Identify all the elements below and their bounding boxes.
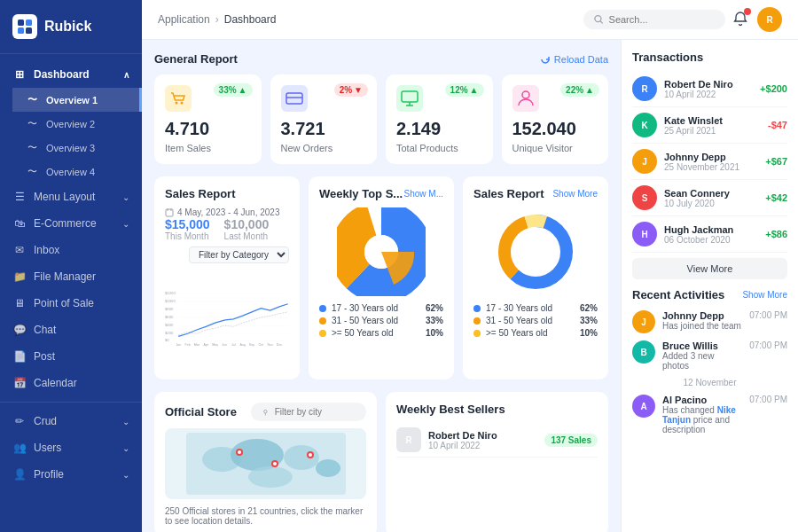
svg-rect-12 (396, 85, 423, 112)
svg-text:Jun: Jun (222, 343, 227, 347)
sales-chart-title: Sales Report (165, 187, 235, 200)
sidebar-item-overview1[interactable]: 〜 Overview 1 (12, 88, 142, 112)
recent-activities-show-more[interactable]: Show More (742, 290, 787, 300)
svg-rect-3 (26, 27, 32, 34)
sidebar-item-pos[interactable]: 🖥 Point of Sale (0, 290, 142, 317)
sales-chart-card: Sales Report 4 May, 2023 - 4 Jun, 2023 $… (154, 176, 300, 379)
inbox-icon: ✉ (12, 244, 27, 256)
sidebar-item-ecommerce[interactable]: 🛍 E-Commerce ⌄ (0, 210, 142, 237)
city-filter-input[interactable] (275, 407, 356, 417)
sidebar-item-overview4[interactable]: 〜 Overview 4 (12, 160, 142, 184)
wave-icon3: 〜 (25, 141, 39, 154)
act-time-2: 07:00 PM (749, 340, 787, 350)
donut-legend-young: 17 - 30 Years old 62% (473, 303, 598, 313)
txn-amount-4: +$42 (765, 192, 787, 203)
general-report-header: General Report Reload Data (154, 52, 608, 66)
svg-rect-6 (165, 85, 192, 112)
search-box[interactable] (583, 10, 725, 29)
mid-section: Sales Report 4 May, 2023 - 4 Jun, 2023 $… (154, 176, 608, 379)
svg-rect-0 (18, 20, 24, 26)
svg-text:$400: $400 (165, 323, 174, 327)
recent-activities-list: J Johnny Depp Has joined the team 07:00 … (632, 307, 787, 438)
svg-text:$200: $200 (165, 331, 174, 335)
total-products-value: 2.149 (396, 119, 482, 139)
sidebar-item-crud[interactable]: ✏ Crud ⌄ (0, 408, 142, 434)
filter-category-select[interactable]: Filter by Category (189, 246, 289, 263)
cart-icon (165, 85, 192, 112)
sales-donut-show-more[interactable]: Show More (552, 189, 598, 199)
donut-chart (473, 207, 598, 296)
calendar-icon: 📅 (12, 377, 27, 389)
sidebar-item-calendar[interactable]: 📅 Calendar (0, 370, 142, 396)
donut-legend-old: >= 50 Years old 10% (473, 328, 598, 338)
donut-legend: 17 - 30 Years old 62% 31 - 50 Years old … (473, 303, 598, 338)
pie-svg (337, 207, 426, 296)
official-store-title: Official Store (165, 405, 237, 419)
donut-legend-mid: 31 - 50 Years old 33% (473, 316, 598, 325)
monitor-icon (396, 85, 423, 112)
user-avatar[interactable]: R (757, 7, 782, 32)
right-panel: Transactions R Robert De Niro 10 April 2… (621, 40, 798, 532)
stat-badge-item-sales: 33% ▲ (214, 83, 253, 97)
sidebar-item-profile[interactable]: 👤 Profile ⌄ (0, 461, 142, 488)
weekly-sales-badge: 137 Sales (544, 434, 598, 447)
bottom-section: Official Store (154, 392, 608, 532)
svg-rect-18 (166, 209, 173, 216)
notification-bell[interactable] (732, 11, 748, 29)
act-name-2: Bruce Willis (662, 340, 742, 351)
txn-avatar-4: S (632, 185, 657, 210)
sidebar-item-inbox[interactable]: ✉ Inbox (0, 237, 142, 263)
weekly-top-show-more[interactable]: Show M... (404, 189, 443, 199)
txn-amount-5: +$86 (765, 229, 787, 239)
sales-donut-title: Sales Report (473, 187, 544, 200)
city-filter[interactable] (251, 403, 366, 421)
general-report-title: General Report (154, 52, 238, 66)
svg-text:Aug: Aug (239, 343, 245, 347)
weekly-avatar: R (396, 427, 421, 452)
sidebar-item-chat[interactable]: 💬 Chat (0, 317, 142, 343)
svg-text:Mar: Mar (194, 343, 200, 347)
date-range: 4 May, 2023 - 4 Jun, 2023 (165, 207, 289, 217)
sidebar-item-menu-layout[interactable]: ☰ Menu Layout ⌄ (0, 184, 142, 210)
svg-text:Jul: Jul (231, 343, 236, 347)
chart-filter: Filter by Category (165, 246, 289, 263)
recent-activities-title: Recent Activities (632, 288, 724, 301)
svg-rect-9 (281, 85, 308, 112)
weekly-item-date: 10 April 2022 (428, 441, 497, 450)
sidebar-item-users[interactable]: 👥 Users ⌄ (0, 434, 142, 461)
recent-activities-header: Recent Activities Show More (632, 288, 787, 301)
act-avatar-2: B (632, 340, 655, 364)
sidebar-item-post[interactable]: 📄 Post (0, 343, 142, 370)
reload-button[interactable]: Reload Data (540, 54, 608, 65)
sidebar-item-file-manager[interactable]: 📁 File Manager (0, 263, 142, 290)
chevron-down-icon4: ⌄ (122, 443, 129, 453)
sidebar-dashboard[interactable]: ⊞ Dashboard ∧ (0, 61, 142, 88)
txn-name-2: Kate Winslet (664, 115, 723, 126)
search-input[interactable] (609, 14, 715, 25)
chart-amounts: $15,000 This Month $10,000 Last Month (165, 217, 289, 241)
svg-point-63 (273, 462, 277, 466)
svg-point-8 (181, 102, 184, 105)
transaction-item-5: H Hugh Jackman 06 October 2020 +$86 (632, 216, 787, 253)
view-more-button[interactable]: View More (632, 258, 787, 279)
search-icon (594, 14, 604, 25)
sidebar-item-overview2[interactable]: 〜 Overview 2 (12, 112, 142, 136)
legend-item-old: >= 50 Years old 10% (319, 328, 443, 338)
last-month-label: Last Month (224, 231, 270, 241)
stat-cards: 33% ▲ 4.710 Item Sales (154, 74, 608, 164)
weekly-top-chart-card: Weekly Top S... Show M... (309, 176, 454, 379)
txn-name-1: Robert De Niro (664, 79, 733, 90)
users-icon: 👥 (12, 442, 27, 454)
txn-date-2: 25 April 2021 (664, 126, 723, 136)
wave-icon2: 〜 (25, 117, 39, 130)
svg-text:Oct: Oct (259, 343, 264, 347)
txn-date-1: 10 April 2022 (664, 90, 733, 99)
sidebar-item-overview3[interactable]: 〜 Overview 3 (12, 136, 142, 160)
svg-text:$0: $0 (165, 338, 169, 342)
line-chart: $1200 $1000 $800 $600 $400 $200 $0 (165, 269, 289, 366)
activity-item-1: J Johnny Depp Has joined the team 07:00 … (632, 307, 787, 337)
txn-avatar-5: H (632, 222, 657, 246)
store-description: 250 Official stores in 21 countries, cli… (165, 506, 366, 526)
app-logo[interactable]: Rubick (0, 0, 142, 54)
txn-date-4: 10 July 2020 (664, 199, 730, 208)
